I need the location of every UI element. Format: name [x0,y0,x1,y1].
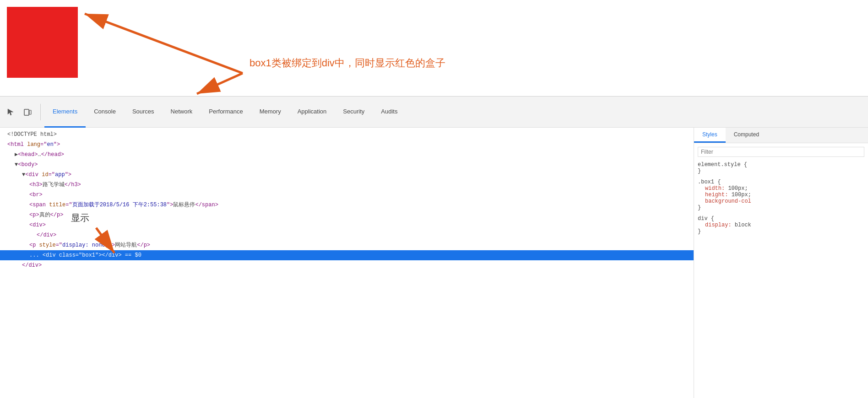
html-line-doctype[interactable]: <!DOCTYPE html> [0,129,694,140]
html-line-p-true[interactable]: <p>真的</p> [0,210,694,220]
annotation-arrows: box1类被绑定到div中，同时显示红色的盒子 [0,0,868,96]
tab-computed[interactable]: Computed [726,128,767,143]
elements-panel[interactable]: <!DOCTYPE html> <html lang="en"> ▶<head>… [0,128,694,398]
tab-elements[interactable]: Elements [44,97,86,128]
html-line-span[interactable]: <span title="页面加载于2018/5/16 下午2:55:38">鼠… [0,200,694,210]
html-line-div-app-close[interactable]: </div> [0,260,694,270]
tab-application[interactable]: Application [289,97,335,128]
browser-viewport: box1类被绑定到div中，同时显示红色的盒子 [0,0,868,96]
html-line-body[interactable]: ▼<body> [0,160,694,170]
html-line-p-nav[interactable]: <p style="display: none;">网站导航</p> [0,240,694,250]
style-rule-div: div { display: block } [698,215,864,235]
html-line-br[interactable]: <br> [0,190,694,200]
svg-line-2 [85,14,243,73]
devtools-body: <!DOCTYPE html> <html lang="en"> ▶<head>… [0,128,868,398]
devtools-toolbar: Elements Console Sources Network Perform… [0,97,868,128]
tab-performance[interactable]: Performance [201,97,251,128]
styles-content: element.style { } .box1 { width: 100px; … [694,143,868,398]
styles-panel: Styles Computed element.style { } .box1 … [694,128,868,398]
html-line-html[interactable]: <html lang="en"> [0,140,694,150]
html-line-div-close[interactable]: </div> [0,230,694,240]
annotation-text: box1类被绑定到div中，同时显示红色的盒子 [250,57,445,69]
device-toggle-icon[interactable] [20,105,35,119]
html-line-div-box1[interactable]: ... <div class="box1"></div> == $0 [0,250,694,260]
html-line-h3[interactable]: <h3>路飞学城</h3> [0,180,694,190]
toolbar-divider-1 [40,104,41,120]
style-rule-box1: .box1 { width: 100px; height: 100px; bac… [698,179,864,211]
tab-security[interactable]: Security [335,97,373,128]
tab-audits[interactable]: Audits [373,97,406,128]
html-line-div-open[interactable]: <div> [0,220,694,230]
styles-filter-input[interactable] [698,147,864,157]
html-line-head[interactable]: ▶<head>…</head> [0,150,694,160]
svg-line-3 [197,73,243,94]
svg-rect-4 [24,109,29,115]
red-box [7,7,78,78]
styles-tab-bar: Styles Computed [694,128,868,143]
tab-styles[interactable]: Styles [694,128,726,143]
tab-memory[interactable]: Memory [251,97,289,128]
inspect-element-icon[interactable] [4,105,18,119]
tab-sources[interactable]: Sources [124,97,163,128]
tab-network[interactable]: Network [163,97,201,128]
devtools-panel: Elements Console Sources Network Perform… [0,96,868,398]
style-rule-element-style: element.style { } [698,161,864,174]
tab-console[interactable]: Console [86,97,124,128]
html-line-div-app[interactable]: ▼<div id="app"> [0,170,694,180]
svg-rect-5 [29,110,31,114]
